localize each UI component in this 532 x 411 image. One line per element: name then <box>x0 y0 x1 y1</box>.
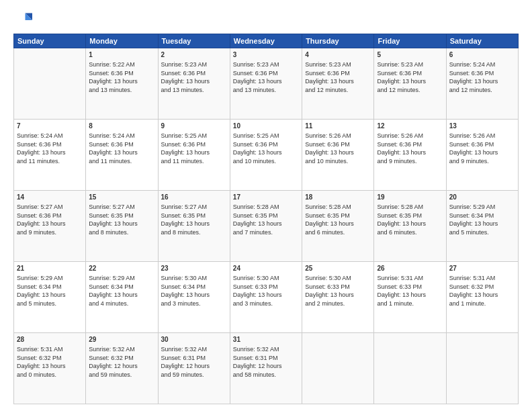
day-info-line: Sunrise: 5:26 AM <box>305 132 371 140</box>
day-info-line: and 3 minutes. <box>233 300 299 308</box>
day-info-line: Daylight: 13 hours <box>161 148 227 157</box>
calendar-cell: 20Sunrise: 5:29 AMSunset: 6:34 PMDayligh… <box>446 191 518 262</box>
day-info-line: Sunrise: 5:23 AM <box>377 60 443 69</box>
day-info-line: Sunrise: 5:25 AM <box>233 132 299 140</box>
day-info-line: Daylight: 13 hours <box>17 291 83 300</box>
day-info-line: Daylight: 13 hours <box>89 220 154 228</box>
day-info-line: Sunrise: 5:32 AM <box>161 345 227 354</box>
day-info-line: Daylight: 13 hours <box>305 148 371 157</box>
calendar-cell: 17Sunrise: 5:28 AMSunset: 6:35 PMDayligh… <box>230 191 302 262</box>
day-info-line: Daylight: 13 hours <box>305 220 371 228</box>
day-info-line: Sunset: 6:32 PM <box>449 283 515 291</box>
calendar-cell: 10Sunrise: 5:25 AMSunset: 6:36 PMDayligh… <box>230 120 302 191</box>
day-info-line: Sunset: 6:36 PM <box>305 140 371 149</box>
day-info-line: Daylight: 12 hours <box>89 362 154 371</box>
header-cell-sunday: Sunday <box>14 34 86 48</box>
day-info-line: Sunset: 6:36 PM <box>449 69 515 78</box>
calendar-week-5: 28Sunrise: 5:31 AMSunset: 6:32 PMDayligh… <box>14 333 519 404</box>
day-info-line: and 13 minutes. <box>161 86 227 95</box>
day-info-line: Daylight: 13 hours <box>449 148 515 157</box>
day-number: 12 <box>377 122 443 131</box>
day-number: 8 <box>89 122 154 131</box>
day-info-line: Sunset: 6:36 PM <box>233 140 299 149</box>
calendar-week-2: 7Sunrise: 5:24 AMSunset: 6:36 PMDaylight… <box>14 120 519 191</box>
day-info-line: and 11 minutes. <box>89 157 154 166</box>
calendar-cell: 23Sunrise: 5:30 AMSunset: 6:34 PMDayligh… <box>158 262 230 333</box>
day-number: 23 <box>161 264 227 273</box>
day-info-line: and 9 minutes. <box>377 157 443 166</box>
calendar-cell <box>302 333 374 404</box>
calendar-cell: 29Sunrise: 5:32 AMSunset: 6:32 PMDayligh… <box>86 333 158 404</box>
day-info-line: Sunrise: 5:31 AM <box>17 345 83 354</box>
day-info-line: Sunset: 6:36 PM <box>233 69 299 78</box>
day-number: 3 <box>233 50 299 60</box>
day-info-line: Daylight: 13 hours <box>233 148 299 157</box>
day-info-line: and 9 minutes. <box>449 157 515 166</box>
header-cell-saturday: Saturday <box>446 34 518 48</box>
calendar-week-3: 14Sunrise: 5:27 AMSunset: 6:36 PMDayligh… <box>14 191 519 262</box>
day-info-line: Sunrise: 5:24 AM <box>89 132 154 140</box>
day-info-line: Sunset: 6:36 PM <box>89 69 154 78</box>
header-cell-wednesday: Wednesday <box>230 34 302 48</box>
day-info-line: Sunrise: 5:27 AM <box>89 203 154 212</box>
day-number: 14 <box>17 193 83 202</box>
day-info-line: and 12 minutes. <box>449 86 515 95</box>
calendar-cell: 7Sunrise: 5:24 AMSunset: 6:36 PMDaylight… <box>14 120 86 191</box>
day-info-line: Sunrise: 5:22 AM <box>89 60 154 69</box>
day-info-line: Daylight: 13 hours <box>449 220 515 228</box>
day-number: 1 <box>89 50 154 60</box>
day-info-line: and 8 minutes. <box>161 228 227 237</box>
day-info-line: and 5 minutes. <box>17 300 83 308</box>
day-info-line: Daylight: 13 hours <box>449 291 515 300</box>
calendar-cell: 6Sunrise: 5:24 AMSunset: 6:36 PMDaylight… <box>446 48 518 120</box>
day-info-line: Daylight: 13 hours <box>161 77 227 86</box>
logo-icon <box>13 11 32 30</box>
day-number: 25 <box>305 264 371 273</box>
day-info-line: Sunrise: 5:23 AM <box>161 60 227 69</box>
day-info-line: and 4 minutes. <box>89 300 154 308</box>
day-info-line: Daylight: 13 hours <box>161 220 227 228</box>
day-info-line: Daylight: 13 hours <box>17 362 83 371</box>
day-info-line: Sunset: 6:36 PM <box>305 69 371 78</box>
day-info-line: Sunset: 6:31 PM <box>161 354 227 363</box>
calendar-cell: 16Sunrise: 5:27 AMSunset: 6:35 PMDayligh… <box>158 191 230 262</box>
calendar-table: SundayMondayTuesdayWednesdayThursdayFrid… <box>13 34 519 404</box>
day-number: 30 <box>161 335 227 345</box>
day-info-line: Daylight: 13 hours <box>17 220 83 228</box>
calendar-week-4: 21Sunrise: 5:29 AMSunset: 6:34 PMDayligh… <box>14 262 519 333</box>
calendar-cell: 18Sunrise: 5:28 AMSunset: 6:35 PMDayligh… <box>302 191 374 262</box>
day-info-line: Sunset: 6:34 PM <box>17 283 83 291</box>
day-info-line: and 11 minutes. <box>161 157 227 166</box>
day-info-line: Sunset: 6:36 PM <box>161 69 227 78</box>
day-info-line: Sunrise: 5:26 AM <box>449 132 515 140</box>
calendar-cell: 31Sunrise: 5:32 AMSunset: 6:31 PMDayligh… <box>230 333 302 404</box>
day-info-line: Sunrise: 5:27 AM <box>161 203 227 212</box>
day-info-line: Daylight: 13 hours <box>89 291 154 300</box>
calendar-cell: 21Sunrise: 5:29 AMSunset: 6:34 PMDayligh… <box>14 262 86 333</box>
calendar-cell: 27Sunrise: 5:31 AMSunset: 6:32 PMDayligh… <box>446 262 518 333</box>
day-info-line: and 6 minutes. <box>377 228 443 237</box>
day-info-line: Daylight: 13 hours <box>161 291 227 300</box>
day-info-line: Sunset: 6:36 PM <box>377 69 443 78</box>
calendar-cell: 28Sunrise: 5:31 AMSunset: 6:32 PMDayligh… <box>14 333 86 404</box>
day-info-line: Sunrise: 5:24 AM <box>17 132 83 140</box>
day-info-line: Sunrise: 5:30 AM <box>305 274 371 283</box>
day-info-line: Sunset: 6:35 PM <box>305 212 371 220</box>
day-info-line: Sunrise: 5:32 AM <box>89 345 154 354</box>
day-info-line: and 6 minutes. <box>305 228 371 237</box>
day-info-line: Daylight: 13 hours <box>89 77 154 86</box>
day-info-line: and 11 minutes. <box>17 157 83 166</box>
calendar-cell: 5Sunrise: 5:23 AMSunset: 6:36 PMDaylight… <box>374 48 446 120</box>
day-info-line: Sunset: 6:33 PM <box>305 283 371 291</box>
calendar-cell: 25Sunrise: 5:30 AMSunset: 6:33 PMDayligh… <box>302 262 374 333</box>
day-info-line: and 1 minute. <box>449 300 515 308</box>
calendar-cell: 2Sunrise: 5:23 AMSunset: 6:36 PMDaylight… <box>158 48 230 120</box>
day-info-line: Sunset: 6:35 PM <box>89 212 154 220</box>
calendar-cell: 30Sunrise: 5:32 AMSunset: 6:31 PMDayligh… <box>158 333 230 404</box>
day-info-line: Sunset: 6:34 PM <box>161 283 227 291</box>
calendar-cell: 1Sunrise: 5:22 AMSunset: 6:36 PMDaylight… <box>86 48 158 120</box>
day-info-line: and 1 minute. <box>377 300 443 308</box>
calendar-cell: 13Sunrise: 5:26 AMSunset: 6:36 PMDayligh… <box>446 120 518 191</box>
day-number: 17 <box>233 193 299 202</box>
day-info-line: Daylight: 13 hours <box>449 77 515 86</box>
